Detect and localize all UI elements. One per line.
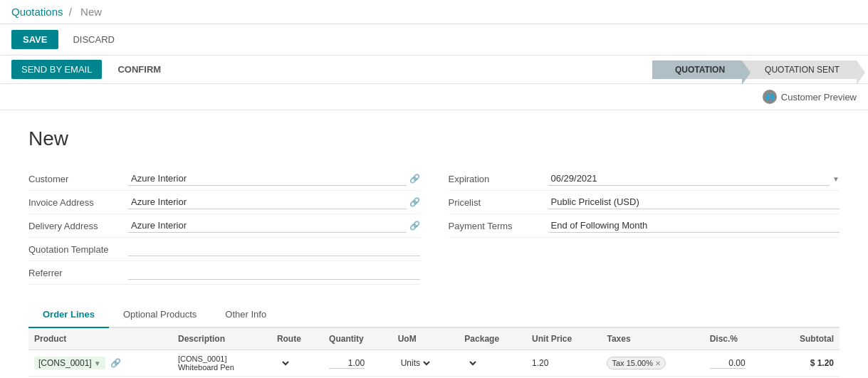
field-expiration: Expiration ▼ <box>449 167 840 191</box>
col-disc: Disc.% <box>704 328 773 350</box>
disc-input[interactable] <box>710 358 746 369</box>
field-pricelist: Pricelist Public Pricelist (USD) <box>449 191 840 214</box>
referrer-select[interactable] <box>128 266 420 280</box>
customer-link-icon[interactable]: 🔗 <box>409 174 420 184</box>
delivery-address-value: Azure Interior 🔗 <box>128 219 420 233</box>
customer-preview-label: Customer Preview <box>781 92 857 103</box>
row-subtotal: $ 1.20 <box>773 350 840 377</box>
order-lines-table: Product Description Route Quantity UoM P… <box>28 328 840 377</box>
globe-icon: 🌐 <box>763 90 777 104</box>
product-tag-dropdown[interactable]: ▼ <box>94 359 101 367</box>
customer-preview-button[interactable]: 🌐 Customer Preview <box>763 90 857 104</box>
row-product: [CONS_0001] ▼ 🔗 <box>28 350 172 377</box>
action-bar: SAVE DISCARD <box>0 24 868 56</box>
form-container: New Customer Azure Interior 🔗 Invoice Ad… <box>0 110 868 302</box>
payment-terms-value: End of Following Month <box>548 219 840 233</box>
description-text: [CONS_0001] Whiteboard Pen <box>178 355 266 372</box>
form-right-column: Expiration ▼ Pricelist Public Pricelist … <box>449 167 840 285</box>
tab-optional-products[interactable]: Optional Products <box>109 302 211 328</box>
col-product: Product <box>28 328 172 350</box>
breadcrumb-parent[interactable]: Quotations <box>11 6 63 18</box>
payment-terms-select[interactable]: End of Following Month <box>548 219 840 233</box>
col-description: Description <box>172 328 271 350</box>
invoice-address-label: Invoice Address <box>28 197 128 208</box>
breadcrumb: Quotations / New <box>0 0 868 24</box>
quantity-input[interactable] <box>329 358 365 369</box>
uom-select[interactable]: Units <box>398 357 432 369</box>
product-link-icon[interactable]: 🔗 <box>110 358 121 368</box>
expiration-value: ▼ <box>548 172 840 186</box>
step-quotation[interactable]: QUOTATION <box>652 61 742 79</box>
field-referrer: Referrer <box>28 261 420 285</box>
expiration-input[interactable] <box>548 172 830 186</box>
row-quantity[interactable] <box>323 350 392 377</box>
save-button[interactable]: SAVE <box>11 30 58 49</box>
field-payment-terms: Payment Terms End of Following Month <box>449 214 840 238</box>
col-subtotal: Subtotal <box>773 328 840 350</box>
row-uom: Units <box>392 350 459 377</box>
referrer-value <box>128 266 420 280</box>
tax-remove-icon[interactable]: ✕ <box>655 359 661 367</box>
expiration-label: Expiration <box>449 174 548 184</box>
table-header-row: Product Description Route Quantity UoM P… <box>28 328 840 350</box>
workflow-bar: SEND BY EMAIL CONFIRM QUOTATION QUOTATIO… <box>0 56 868 84</box>
tabs-nav: Order Lines Optional Products Other Info <box>28 302 840 328</box>
invoice-address-select[interactable]: Azure Interior <box>128 195 407 209</box>
route-select[interactable] <box>277 357 291 369</box>
customer-preview-bar: 🌐 Customer Preview <box>0 84 868 110</box>
pricelist-label: Pricelist <box>449 197 548 208</box>
quotation-template-value <box>128 242 420 256</box>
discard-button[interactable]: DISCARD <box>64 30 123 49</box>
tab-other-info[interactable]: Other Info <box>211 302 281 328</box>
workflow-steps: QUOTATION QUOTATION SENT <box>652 61 857 79</box>
col-package: Package <box>459 328 526 350</box>
breadcrumb-separator: / <box>69 6 72 18</box>
tab-order-lines[interactable]: Order Lines <box>28 302 109 328</box>
invoice-address-link-icon[interactable]: 🔗 <box>409 197 420 207</box>
row-description[interactable]: [CONS_0001] Whiteboard Pen <box>172 350 271 377</box>
delivery-address-link-icon[interactable]: 🔗 <box>409 221 420 231</box>
customer-select[interactable]: Azure Interior <box>128 172 407 186</box>
form-title: New <box>28 127 840 150</box>
row-disc[interactable] <box>704 350 773 377</box>
row-unit-price[interactable]: 1.20 <box>526 350 601 377</box>
col-route: Route <box>271 328 323 350</box>
col-uom: UoM <box>392 328 459 350</box>
row-route <box>271 350 323 377</box>
main-content: 🌐 Customer Preview New Customer Azure In… <box>0 84 868 377</box>
form-left-column: Customer Azure Interior 🔗 Invoice Addres… <box>28 167 420 285</box>
field-invoice-address: Invoice Address Azure Interior 🔗 <box>28 191 420 214</box>
payment-terms-label: Payment Terms <box>449 221 548 231</box>
field-delivery-address: Delivery Address Azure Interior 🔗 <box>28 214 420 238</box>
tabs-container: Order Lines Optional Products Other Info… <box>0 302 868 377</box>
customer-label: Customer <box>28 174 128 184</box>
pricelist-value: Public Pricelist (USD) <box>548 195 840 209</box>
col-quantity: Quantity <box>323 328 392 350</box>
customer-value: Azure Interior 🔗 <box>128 172 420 186</box>
row-taxes: Tax 15.00% ✕ <box>601 350 704 377</box>
delivery-address-label: Delivery Address <box>28 221 128 231</box>
col-taxes: Taxes <box>601 328 704 350</box>
product-tag: [CONS_0001] ▼ <box>34 357 105 369</box>
col-unit-price: Unit Price <box>526 328 601 350</box>
delivery-address-select[interactable]: Azure Interior <box>128 219 407 233</box>
tax-badge: Tax 15.00% ✕ <box>607 357 665 369</box>
field-customer: Customer Azure Interior 🔗 <box>28 167 420 191</box>
expiration-dropdown-icon[interactable]: ▼ <box>832 175 840 183</box>
step-quotation-sent[interactable]: QUOTATION SENT <box>742 61 857 79</box>
field-quotation-template: Quotation Template <box>28 238 420 261</box>
row-package <box>459 350 526 377</box>
table-row: [CONS_0001] ▼ 🔗 [CONS_0001] Whiteboard P… <box>28 350 840 377</box>
confirm-button[interactable]: CONFIRM <box>108 60 171 79</box>
breadcrumb-current: New <box>80 6 102 18</box>
package-select[interactable] <box>464 357 479 369</box>
referrer-label: Referrer <box>28 268 128 278</box>
send-email-button[interactable]: SEND BY EMAIL <box>11 60 102 79</box>
quotation-template-label: Quotation Template <box>28 244 128 255</box>
form-fields: Customer Azure Interior 🔗 Invoice Addres… <box>28 167 840 285</box>
pricelist-select[interactable]: Public Pricelist (USD) <box>548 195 840 209</box>
quotation-template-select[interactable] <box>128 242 420 256</box>
invoice-address-value: Azure Interior 🔗 <box>128 195 420 209</box>
